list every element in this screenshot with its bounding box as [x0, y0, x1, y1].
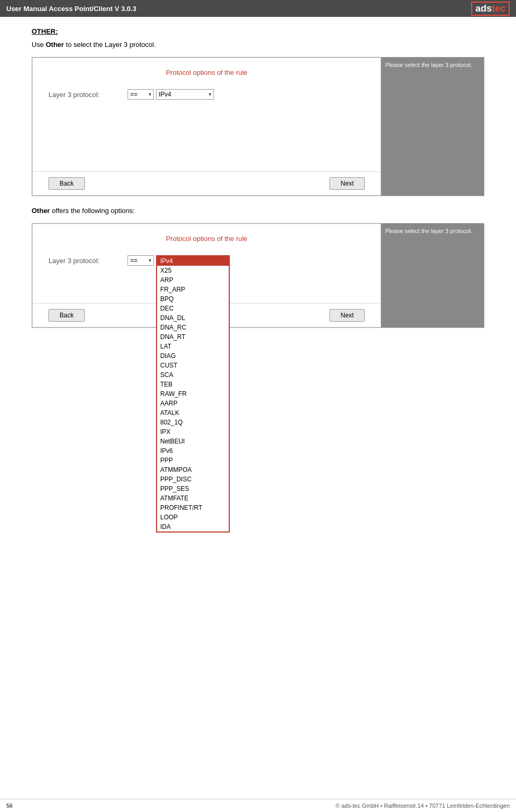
dropdown-list: IPv4X25ARPFR_ARPBPQDECDNA_DLDNA_RCDNA_RT… [156, 255, 230, 533]
dropdown-item[interactable]: IPv6 [157, 446, 229, 456]
operator-wrapper1[interactable]: == != ▼ [128, 89, 154, 100]
dropdown-item[interactable]: AARP [157, 399, 229, 408]
dropdown-item[interactable]: LOOP [157, 513, 229, 522]
operator-select1[interactable]: == != [128, 89, 154, 100]
dropdown-item[interactable]: DNA_RC [157, 323, 229, 332]
footer-copyright: © ads-tec GmbH • Raiffeisenstr.14 • 7077… [335, 803, 510, 809]
dropdown-item[interactable]: DEC [157, 304, 229, 313]
logo-tec: tec [492, 3, 505, 14]
screenshot1: Protocol options of the rule Layer 3 pro… [32, 57, 484, 196]
intro-prefix: Use [32, 41, 46, 49]
layer3-label2: Layer 3 protocol: [48, 257, 128, 265]
panel2: Protocol options of the rule Layer 3 pro… [33, 224, 381, 285]
back-button2[interactable]: Back [48, 309, 85, 322]
sidebar1-text: Please select the layer 3 protocol. [385, 62, 472, 68]
dropdown-item[interactable]: FR_ARP [157, 285, 229, 294]
dropdown-item[interactable]: ATMFATE [157, 494, 229, 503]
header-logo: ads tec [471, 2, 510, 16]
form-controls2: == != ▼ IPv4 ▼ IPv4X25ARPFR_ARPBPQDECDNA [128, 255, 214, 266]
dropdown-item[interactable]: IDA [157, 522, 229, 531]
dropdown-item[interactable]: CUST [157, 361, 229, 370]
screenshot1-main: Protocol options of the rule Layer 3 pro… [32, 57, 381, 196]
operator-select2[interactable]: == != [128, 255, 154, 266]
layer3-label1: Layer 3 protocol: [48, 91, 128, 99]
protocol-wrapper2[interactable]: IPv4 ▼ IPv4X25ARPFR_ARPBPQDECDNA_DLDNA_R… [156, 255, 214, 266]
operator-wrapper2[interactable]: == != ▼ [128, 255, 154, 266]
dropdown-item[interactable]: PPP_DISC [157, 475, 229, 484]
dropdown-item[interactable]: DIAG [157, 351, 229, 361]
protocol-select1[interactable]: IPv4 [156, 89, 214, 100]
footer-page: 56 [6, 803, 13, 809]
dropdown-item[interactable]: DNA_DL [157, 313, 229, 323]
main-content: Other: Use Other to select the Layer 3 p… [0, 17, 516, 360]
dropdown-item[interactable]: LAT [157, 342, 229, 351]
dropdown-item[interactable]: IPX [157, 427, 229, 437]
dropdown-item[interactable]: PPP_SES [157, 484, 229, 494]
header-title: User Manual Access Point/Client V 3.0.3 [6, 5, 137, 13]
dropdown-item[interactable]: PROFINET/RT [157, 503, 229, 513]
logo-ads: ads [475, 3, 492, 14]
dropdown-item[interactable]: IPv4 [157, 256, 229, 266]
screenshot1-sidebar: Please select the layer 3 protocol. [381, 57, 484, 196]
screenshot2-main: Protocol options of the rule Layer 3 pro… [32, 224, 381, 327]
back-button1[interactable]: Back [48, 177, 85, 190]
panel2-title: Protocol options of the rule [48, 235, 365, 243]
next-button1[interactable]: Next [329, 177, 365, 190]
logo-border: ads tec [471, 2, 510, 16]
sidebar2-text: Please select the layer 3 protocol. [385, 228, 472, 234]
section1-heading: Other: [32, 27, 484, 35]
section2-intro: Other offers the following options: [32, 207, 484, 215]
intro-bold: Other [46, 41, 64, 49]
dropdown-item[interactable]: TEB [157, 380, 229, 389]
dropdown-item[interactable]: SCA [157, 370, 229, 380]
offers-rest: offers the following options: [50, 207, 135, 215]
panel1-title: Protocol options of the rule [48, 69, 365, 76]
footer: 56 © ads-tec GmbH • Raiffeisenstr.14 • 7… [0, 799, 516, 812]
section1-intro: Use Other to select the Layer 3 protocol… [32, 41, 484, 49]
screenshot2: Protocol options of the rule Layer 3 pro… [32, 223, 484, 328]
dropdown-item[interactable]: NetBEUI [157, 437, 229, 446]
form-row1: Layer 3 protocol: == != ▼ IPv4 [48, 89, 365, 100]
dropdown-item[interactable]: ARP [157, 275, 229, 285]
screenshot2-sidebar: Please select the layer 3 protocol. [381, 224, 484, 327]
dropdown-item[interactable]: BPQ [157, 294, 229, 304]
panel1: Protocol options of the rule Layer 3 pro… [33, 58, 381, 119]
intro-rest: to select the Layer 3 protocol. [64, 41, 155, 49]
dropdown-item[interactable]: DNA_RT [157, 332, 229, 342]
dropdown-item[interactable]: ATMMPOA [157, 465, 229, 475]
button-row1: Back Next [33, 171, 381, 195]
dropdown-item[interactable]: RAW_FR [157, 389, 229, 399]
form-controls1: == != ▼ IPv4 ▼ [128, 89, 214, 100]
dropdown-item[interactable]: PPP [157, 456, 229, 465]
dropdown-item[interactable]: ATALK [157, 408, 229, 418]
dropdown-item[interactable]: 802_1Q [157, 418, 229, 427]
header: User Manual Access Point/Client V 3.0.3 … [0, 0, 516, 17]
dropdown-item[interactable]: X25 [157, 266, 229, 275]
form-row2: Layer 3 protocol: == != ▼ IPv4 [48, 255, 365, 266]
protocol-wrapper1[interactable]: IPv4 ▼ [156, 89, 214, 100]
offers-bold: Other [32, 207, 50, 215]
next-button2[interactable]: Next [329, 309, 365, 322]
